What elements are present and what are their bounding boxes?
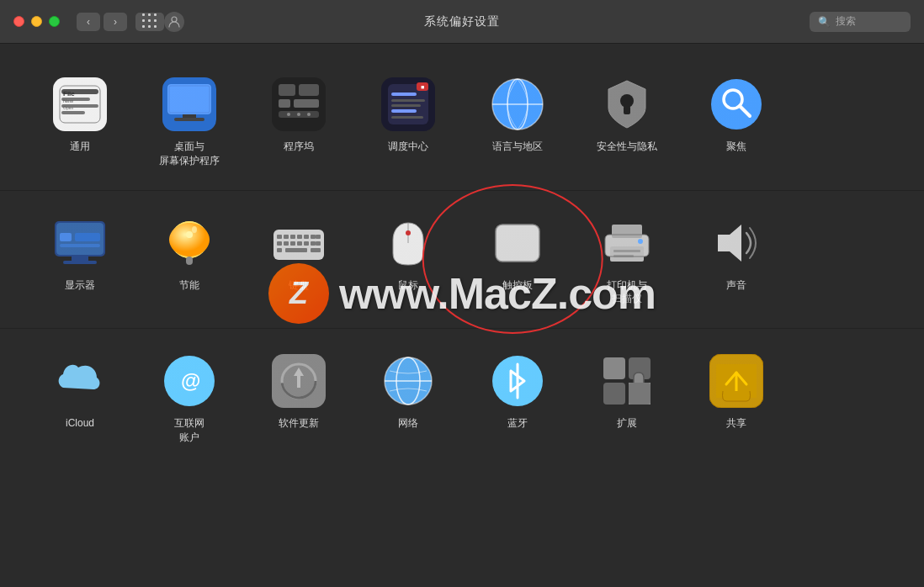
svg-rect-96 (603, 357, 625, 379)
back-icon: ‹ (87, 16, 90, 28)
svg-rect-13 (183, 114, 196, 118)
svg-rect-20 (294, 99, 319, 108)
svg-point-38 (620, 94, 634, 108)
svg-rect-29 (391, 104, 421, 107)
pref-label-general: 通用 (70, 140, 90, 154)
pref-item-mission[interactable]: 程序坞 (244, 67, 353, 177)
section-row-1: FileNewOpen 通用 桌面与屏幕保护程序 程序坞 (0, 52, 924, 191)
svg-rect-5 (61, 111, 85, 114)
pref-item-mouse[interactable]: 鼠标 (353, 206, 463, 315)
pref-label-notification: 调度中心 (388, 140, 428, 154)
svg-text:Open: Open (63, 105, 73, 110)
svg-rect-68 (304, 241, 309, 246)
title-bar: ‹ › 系统偏好设置 🔍 搜索 (0, 0, 924, 44)
grid-view-button[interactable] (135, 13, 164, 31)
search-icon: 🔍 (818, 16, 831, 28)
svg-point-53 (186, 231, 193, 238)
svg-point-75 (406, 230, 411, 235)
icon-grid-2: 显示器 节能 键盘 鼠标 (25, 206, 899, 315)
pref-item-network[interactable]: 网络 (353, 344, 463, 453)
pref-item-desktop[interactable]: 桌面与屏幕保护程序 (135, 67, 244, 177)
icon-sound-box (708, 214, 765, 272)
user-icon[interactable] (164, 12, 184, 32)
forward-button[interactable]: › (104, 13, 127, 31)
grid-icon (142, 13, 158, 29)
pref-item-sound[interactable]: 声音 (682, 206, 791, 315)
close-button[interactable] (13, 16, 24, 27)
pref-label-network: 网络 (398, 416, 418, 431)
pref-item-icloud[interactable]: iCloud (25, 344, 135, 453)
pref-item-bluetooth[interactable]: 蓝牙 (463, 344, 572, 453)
icon-notification-box: ■ (380, 76, 437, 133)
icon-energy-box (161, 214, 218, 272)
content-area: FileNewOpen 通用 桌面与屏幕保护程序 程序坞 (0, 44, 924, 475)
icon-network-box (380, 352, 437, 410)
forward-icon: › (114, 16, 117, 28)
back-button[interactable]: ‹ (77, 13, 100, 31)
icon-mouse-box (380, 214, 437, 272)
svg-rect-65 (284, 241, 289, 246)
svg-rect-69 (311, 241, 316, 246)
pref-item-general[interactable]: FileNewOpen 通用 (25, 67, 135, 177)
svg-rect-60 (297, 235, 302, 239)
pref-item-language[interactable]: 语言与地区 (463, 67, 572, 177)
icon-keyboard-box (270, 214, 327, 272)
svg-rect-71 (277, 248, 282, 252)
svg-rect-64 (277, 241, 282, 246)
window-title: 系统偏好设置 (424, 14, 500, 29)
svg-rect-66 (290, 241, 295, 246)
svg-rect-59 (290, 235, 295, 239)
pref-label-language: 语言与地区 (492, 140, 543, 154)
svg-rect-57 (277, 235, 282, 239)
svg-rect-12 (167, 84, 211, 114)
svg-rect-99 (629, 383, 651, 405)
svg-point-24 (307, 113, 311, 116)
pref-label-desktop: 桌面与屏幕保护程序 (159, 140, 220, 168)
pref-item-internet[interactable]: @ 互联网账户 (135, 344, 244, 453)
svg-rect-14 (174, 118, 204, 121)
svg-rect-76 (496, 225, 539, 262)
search-placeholder: 搜索 (836, 14, 856, 29)
icon-printer-box (598, 214, 656, 272)
svg-rect-46 (72, 256, 88, 261)
icon-grid-1: FileNewOpen 通用 桌面与屏幕保护程序 程序坞 (25, 67, 899, 177)
svg-rect-80 (610, 246, 644, 262)
svg-rect-19 (279, 99, 290, 108)
svg-point-0 (172, 17, 177, 22)
icon-bluetooth-box (489, 352, 546, 410)
pref-item-printer[interactable]: 打印机与扫描仪 (572, 206, 682, 315)
icon-spotlight-box (708, 76, 765, 133)
svg-rect-72 (285, 248, 307, 252)
pref-item-security[interactable]: 安全性与隐私 (572, 67, 682, 177)
svg-rect-98 (603, 383, 625, 405)
nav-buttons: ‹ › (77, 13, 164, 31)
svg-rect-55 (186, 256, 193, 265)
icon-security-box (598, 76, 656, 133)
icon-extensions-box (598, 352, 656, 410)
svg-rect-81 (613, 250, 640, 252)
pref-item-energy[interactable]: 节能 (135, 206, 244, 315)
pref-item-extensions[interactable]: 扩展 (572, 344, 682, 453)
icon-grid-3: iCloud @ 互联网账户 软件更新 网络 (25, 344, 899, 453)
pref-item-display[interactable]: 显示器 (25, 206, 135, 315)
svg-text:File: File (63, 90, 75, 98)
pref-item-trackpad[interactable]: 触控板 (463, 206, 572, 315)
maximize-button[interactable] (49, 16, 60, 27)
pref-item-notification[interactable]: ■ 调度中心 (353, 67, 463, 177)
pref-item-keyboard[interactable]: 键盘 (244, 206, 353, 315)
traffic-lights (13, 16, 60, 27)
search-bar[interactable]: 🔍 搜索 (810, 12, 911, 32)
pref-item-spotlight[interactable]: 聚焦 (682, 67, 791, 177)
svg-rect-61 (304, 235, 309, 239)
section-row-3: iCloud @ 互联网账户 软件更新 网络 (0, 329, 924, 467)
icon-mission-box (270, 76, 327, 133)
pref-label-keyboard: 键盘 (289, 278, 309, 293)
icon-internet-box: @ (161, 352, 218, 410)
pref-item-update[interactable]: 软件更新 (244, 344, 353, 453)
icon-general-box: FileNewOpen (51, 76, 109, 133)
pref-label-mission: 程序坞 (284, 140, 314, 154)
pref-item-sharing[interactable]: 共享 (682, 344, 791, 453)
icon-language-box (489, 76, 546, 133)
minimize-button[interactable] (31, 16, 42, 27)
svg-rect-62 (311, 235, 316, 239)
